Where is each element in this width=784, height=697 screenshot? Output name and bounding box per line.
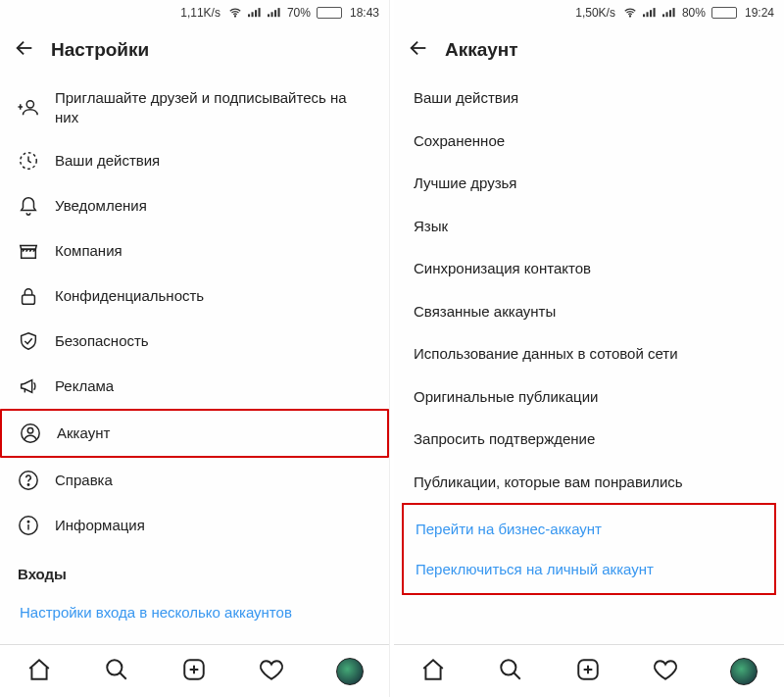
nav-heart-icon[interactable]	[259, 657, 284, 686]
row-about[interactable]: Информация	[0, 503, 389, 548]
svg-rect-7	[274, 10, 276, 17]
lock-icon	[18, 285, 39, 307]
nav-search-icon[interactable]	[498, 657, 523, 686]
row-your-activity[interactable]: Ваши действия	[394, 76, 784, 120]
nav-add-icon[interactable]	[181, 657, 207, 686]
row-invite-friends[interactable]: Приглашайте друзей и подписывайтесь на н…	[0, 76, 389, 138]
back-icon[interactable]	[14, 37, 35, 63]
nav-home-icon[interactable]	[420, 657, 446, 686]
row-your-activity[interactable]: Ваши действия	[0, 138, 389, 183]
network-speed: 1,11K/s	[180, 6, 220, 20]
signal-icon-1	[643, 7, 657, 19]
row-security[interactable]: Безопасность	[0, 319, 389, 364]
link-switch-personal[interactable]: Переключиться на личный аккаунт	[404, 549, 774, 589]
row-label: Уведомления	[55, 196, 371, 216]
activity-icon	[18, 150, 39, 172]
svg-rect-25	[662, 14, 664, 17]
row-label: Связанные аккаунты	[414, 302, 766, 322]
svg-point-9	[26, 100, 33, 107]
row-close-friends[interactable]: Лучшие друзья	[394, 162, 784, 205]
megaphone-icon	[18, 375, 39, 397]
svg-point-15	[27, 484, 28, 485]
row-help[interactable]: Справка	[0, 458, 389, 503]
svg-rect-4	[258, 8, 260, 17]
svg-rect-28	[672, 8, 674, 17]
svg-rect-5	[268, 14, 270, 17]
row-linked-accounts[interactable]: Связанные аккаунты	[394, 290, 784, 333]
row-label: Лучшие друзья	[414, 174, 766, 193]
row-label: Язык	[414, 217, 766, 236]
svg-rect-23	[650, 10, 652, 17]
row-contact-sync[interactable]: Синхронизация контактов	[394, 247, 784, 290]
row-saved[interactable]: Сохраненное	[394, 120, 784, 163]
signal-icon-2	[268, 7, 281, 19]
row-label: Запросить подтверждение	[414, 429, 766, 449]
svg-rect-6	[270, 12, 272, 17]
row-label: Компания	[55, 241, 371, 261]
storefront-icon	[18, 240, 39, 262]
row-label: Безопасность	[55, 331, 371, 351]
svg-rect-26	[665, 12, 667, 17]
back-icon[interactable]	[408, 37, 429, 63]
row-ads[interactable]: Реклама	[0, 364, 389, 409]
svg-point-29	[501, 660, 515, 674]
nav-search-icon[interactable]	[104, 657, 129, 686]
row-label: Сохраненное	[414, 131, 766, 151]
row-account[interactable]: Аккаунт	[0, 409, 389, 458]
row-label: Реклама	[55, 376, 371, 396]
row-cellular-data[interactable]: Использование данных в сотовой сети	[394, 332, 784, 375]
svg-point-13	[27, 428, 33, 434]
svg-point-17	[27, 522, 28, 523]
header: Аккаунт	[394, 25, 784, 76]
svg-point-0	[234, 16, 235, 17]
bottom-nav	[394, 644, 784, 697]
row-notifications[interactable]: Уведомления	[0, 183, 389, 228]
page-title: Аккаунт	[445, 39, 518, 61]
bottom-nav	[0, 644, 389, 697]
row-label: Синхронизация контактов	[414, 259, 766, 278]
nav-heart-icon[interactable]	[653, 657, 678, 686]
svg-rect-8	[277, 8, 279, 17]
nav-profile-icon[interactable]	[730, 658, 758, 685]
nav-profile-icon[interactable]	[336, 658, 364, 685]
battery-percent: 70%	[287, 6, 311, 20]
row-privacy[interactable]: Конфиденциальность	[0, 274, 389, 319]
link-multi-login[interactable]: Настройки входа в несколько аккаунтов	[0, 592, 389, 632]
nav-add-icon[interactable]	[575, 657, 601, 686]
account-list: Ваши действия Сохраненное Лучшие друзья …	[394, 76, 784, 644]
row-original-posts[interactable]: Оригинальные публикации	[394, 375, 784, 419]
link-switch-business[interactable]: Перейти на бизнес-аккаунт	[404, 509, 774, 549]
svg-rect-24	[653, 8, 655, 17]
row-liked-posts[interactable]: Публикации, которые вам понравились	[394, 461, 784, 504]
row-label: Приглашайте друзей и подписывайтесь на н…	[55, 88, 371, 126]
svg-point-20	[629, 16, 630, 17]
network-speed: 1,50K/s	[575, 6, 615, 20]
row-language[interactable]: Язык	[394, 205, 784, 248]
row-request-verification[interactable]: Запросить подтверждение	[394, 418, 784, 461]
settings-list: Приглашайте друзей и подписывайтесь на н…	[0, 76, 389, 644]
account-screen: 1,50K/s 80% 19:24 Аккаунт Ваши действия …	[394, 0, 784, 697]
clock-time: 18:43	[350, 6, 379, 20]
row-label: Аккаунт	[57, 423, 369, 443]
row-label: Публикации, которые вам понравились	[414, 473, 766, 492]
nav-home-icon[interactable]	[26, 657, 52, 686]
highlighted-links: Перейти на бизнес-аккаунт Переключиться …	[402, 503, 776, 595]
row-business[interactable]: Компания	[0, 228, 389, 274]
section-logins: Входы	[0, 548, 389, 592]
battery-percent: 80%	[682, 6, 706, 20]
svg-point-18	[107, 660, 122, 674]
status-bar: 1,11K/s 70% 18:43	[0, 0, 389, 25]
svg-rect-1	[248, 14, 250, 17]
svg-rect-3	[255, 10, 257, 17]
info-circle-icon	[18, 515, 39, 536]
signal-icon-1	[248, 7, 262, 19]
row-label: Оригинальные публикации	[414, 387, 766, 407]
svg-rect-22	[646, 12, 648, 17]
settings-screen: 1,11K/s 70% 18:43 Настройки	[0, 0, 390, 697]
svg-rect-27	[669, 10, 671, 17]
wifi-icon	[228, 6, 242, 20]
svg-rect-11	[23, 295, 35, 304]
battery-icon	[711, 7, 737, 19]
bell-icon	[18, 195, 39, 217]
help-circle-icon	[18, 470, 39, 491]
